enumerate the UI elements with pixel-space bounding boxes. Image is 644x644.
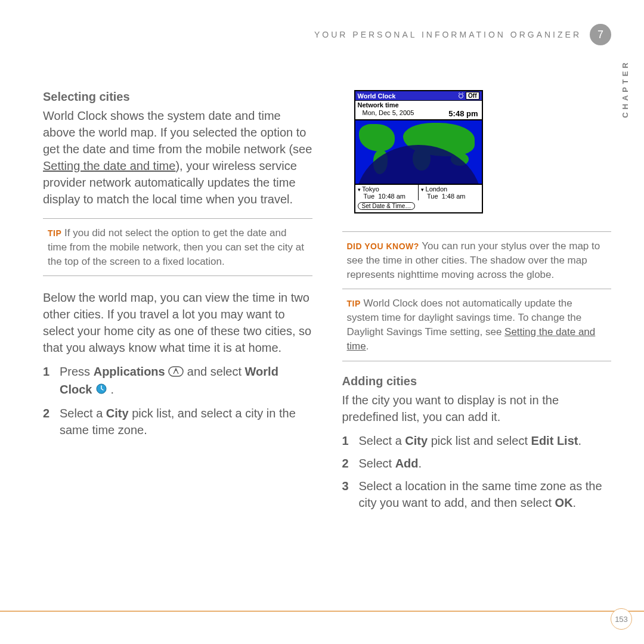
world-clock-screenshot: World Clock Off Network time Mon, Dec 5,… [354,90,483,213]
a2c: . [419,457,422,470]
a1a: Select a [359,434,405,447]
add-step-1: Select a City pick list and select Edit … [342,432,612,449]
step1-c: and select [187,365,245,378]
step1-e: . [107,383,114,396]
svg-point-2 [459,94,463,98]
svg-line-4 [462,92,463,94]
step2-a: Select a [60,407,106,420]
dyk-label: DID YOU KNOW? [347,242,419,251]
steps-adding: Select a City pick list and select Edit … [342,432,612,511]
device-city2-time: 1:48 am [442,193,466,200]
a1b: City [405,434,428,447]
device-date: Mon, Dec 5, 2005 [363,109,414,118]
chapter-number-badge: 7 [590,24,611,45]
para-adding-intro: If the city you want to display is not i… [342,392,612,425]
device-network-time-label: Network time [355,101,482,109]
header-section-title: YOUR PERSONAL INFORMATION ORGANIZER [314,30,581,39]
para-intro-a: World Clock shows the system date and ti… [43,109,312,156]
add-step-2: Select Add. [342,455,612,472]
tip2-b: . [366,340,369,352]
step1-b: Applications [94,365,165,378]
world-clock-icon [95,382,107,399]
page-number: 153 [611,608,632,630]
para-below-map: Below the world map, you can view the ti… [43,289,312,356]
did-you-know-block: DID YOU KNOW? You can run your stylus ov… [342,231,612,289]
device-off-button: Off [466,92,479,100]
a3b: OK [555,496,573,509]
tip-text-1: If you did not select the option to get … [48,227,304,267]
a2b: Add [395,457,419,470]
link-setting-date-time[interactable]: Setting the date and time [43,159,175,172]
device-city1-day: Tue [364,193,375,200]
device-title: World Clock [358,92,396,100]
chapter-side-label: CHAPTER [621,60,630,118]
a1d: Edit List [531,434,578,447]
alarm-icon [457,92,465,100]
para-intro: World Clock shows the system date and ti… [43,107,312,208]
tip-block-1: TIP If you did not select the option to … [43,218,312,276]
device-city1-name: Tokyo [358,185,416,193]
steps-selecting: Press Applications and select World Cloc… [43,363,312,438]
device-city2-day: Tue [427,193,438,200]
device-time: 5:48 pm [448,109,478,118]
applications-icon [168,364,184,381]
a1e: . [578,434,581,447]
heading-selecting-cities: Selecting cities [43,90,312,104]
step-1: Press Applications and select World Cloc… [43,363,312,398]
step-2: Select a City pick list, and select a ci… [43,405,312,438]
step2-b: City [106,407,129,420]
footer-rule [0,611,644,612]
add-step-3: Select a location in the same time zone … [342,478,612,511]
device-city2-name: London [421,185,479,193]
tip2-label: TIP [347,299,361,308]
tip-label: TIP [48,228,61,238]
a3c: . [573,496,577,509]
a1c: pick list and select [428,434,531,447]
step1-a: Press [60,365,94,378]
heading-adding-cities: Adding cities [342,374,612,388]
device-city1-time: 10:48 am [378,193,405,200]
device-set-date-time-button: Set Date & Time… [358,202,416,210]
device-world-map [355,120,482,185]
svg-line-3 [459,92,460,94]
a2a: Select [359,457,395,470]
tip-block-2: TIP World Clock does not automatically u… [342,289,612,361]
